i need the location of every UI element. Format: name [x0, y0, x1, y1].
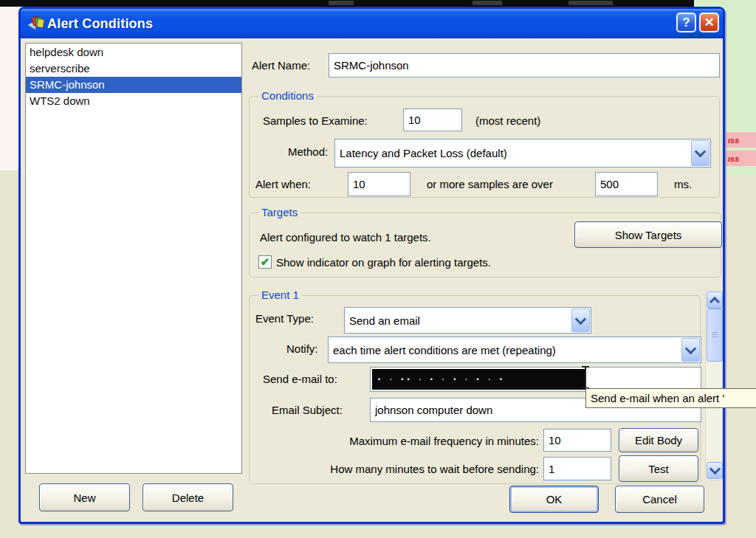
notify-label: Notify: — [286, 342, 318, 355]
notify-combobox[interactable]: each time alert conditions are met (repe… — [328, 337, 701, 363]
close-icon: ✕ — [704, 15, 714, 30]
method-combobox[interactable]: Latency and Packet Loss (default) — [334, 139, 711, 168]
list-item-serverscribe[interactable]: serverscribe — [26, 61, 241, 77]
event1-group-title: Event 1 — [258, 289, 302, 301]
event-type-combobox[interactable]: Send an email — [344, 307, 591, 334]
conditions-group-title: Conditions — [258, 89, 317, 102]
background-graph-artifact: ıss — [726, 151, 756, 166]
alert-name-field[interactable]: SRMC-johnson — [329, 53, 720, 77]
method-label: Method: — [288, 145, 328, 158]
wait-minutes-field[interactable]: 1 — [543, 457, 611, 480]
edit-body-button[interactable]: Edit Body — [619, 428, 698, 452]
background-desktop-area — [0, 7, 18, 170]
new-button[interactable]: New — [39, 483, 130, 511]
samples-field[interactable]: 10 — [403, 108, 462, 131]
scroll-thumb[interactable] — [707, 308, 723, 362]
show-indicator-checkbox[interactable]: ✔ — [258, 255, 272, 269]
alert-list[interactable]: helpdesk down serverscribe SRMC-johnson … — [25, 43, 242, 474]
targets-watch-text: Alert configured to watch 1 targets. — [260, 231, 431, 244]
targets-group: Targets Alert configured to watch 1 targ… — [249, 213, 721, 277]
ok-button[interactable]: OK — [509, 486, 599, 513]
background-artifact — [472, 1, 502, 5]
notify-value: each time alert conditions are met (repe… — [329, 344, 681, 356]
scroll-down-button[interactable] — [707, 462, 723, 479]
chevron-down-icon — [709, 463, 721, 475]
show-indicator-label: Show indicator on graph for alerting tar… — [276, 256, 491, 269]
method-dropdown-button[interactable] — [691, 140, 709, 166]
notify-dropdown-button[interactable] — [681, 338, 700, 362]
chevron-down-icon — [685, 342, 697, 354]
chevron-down-icon — [575, 313, 587, 325]
chevron-down-icon — [695, 146, 707, 158]
send-email-tooltip: Send e-mail when an alert ' — [585, 388, 756, 408]
alert-when-threshold-field[interactable]: 500 — [595, 172, 658, 196]
event-type-dropdown-button[interactable] — [571, 308, 590, 332]
app-icon — [27, 15, 44, 32]
email-subject-label: Email Subject: — [272, 404, 343, 416]
dialog-title: Alert Conditions — [47, 16, 153, 32]
method-value: Latency and Packet Loss (default) — [335, 147, 690, 159]
scroll-up-button[interactable] — [707, 292, 723, 308]
send-to-label: Send e-mail to: — [263, 373, 337, 385]
alert-when-count-field[interactable]: 10 — [348, 172, 410, 196]
samples-label: Samples to Examine: — [263, 114, 368, 127]
test-button[interactable]: Test — [619, 455, 698, 482]
screen: ıss ıss Alert Conditions ? ✕ helpdesk do… — [0, 0, 756, 538]
grip-icon — [712, 332, 718, 339]
show-targets-button[interactable]: Show Targets — [574, 221, 722, 248]
event-type-value: Send an email — [345, 314, 571, 327]
targets-group-title: Targets — [258, 206, 300, 218]
list-item-srmc-johnson[interactable]: SRMC-johnson — [26, 77, 241, 93]
list-item-wts2-down[interactable]: WTS2 down — [26, 93, 241, 109]
close-button[interactable]: ✕ — [699, 13, 719, 32]
alert-when-middle-label: or more samples are over — [427, 178, 553, 190]
max-frequency-label: Maximum e-mail frequency in minutes: — [279, 435, 539, 447]
text-cursor — [581, 366, 590, 389]
background-window-strip — [0, 0, 698, 7]
alert-name-label: Alert Name: — [252, 59, 310, 72]
samples-suffix-label: (most recent) — [475, 114, 540, 127]
background-artifact — [329, 1, 354, 5]
background-artifact — [568, 1, 613, 5]
event-scrollbar[interactable] — [705, 290, 723, 480]
event-type-label: Event Type: — [255, 312, 314, 325]
redacted-email-selection: • ◦ •• ◦ • ◦ • ◦ • ◦ • — [372, 369, 586, 390]
alert-when-label: Alert when: — [255, 178, 311, 190]
help-button[interactable]: ? — [676, 13, 696, 32]
check-icon: ✔ — [261, 256, 270, 267]
max-frequency-field[interactable]: 10 — [543, 429, 611, 452]
titlebar[interactable]: Alert Conditions ? ✕ — [21, 9, 723, 38]
conditions-group: Conditions Samples to Examine: 10 (most … — [249, 96, 720, 198]
delete-button[interactable]: Delete — [142, 483, 233, 511]
chevron-up-icon — [709, 296, 720, 306]
wait-minutes-label: How many minutes to wait before sending: — [264, 463, 539, 475]
cancel-button[interactable]: Cancel — [615, 486, 704, 513]
background-graph-artifact: ıss — [726, 132, 756, 148]
list-item-helpdesk-down[interactable]: helpdesk down — [26, 44, 241, 61]
alert-when-suffix-label: ms. — [674, 178, 692, 190]
alert-conditions-dialog: Alert Conditions ? ✕ helpdesk down serve… — [18, 7, 725, 524]
